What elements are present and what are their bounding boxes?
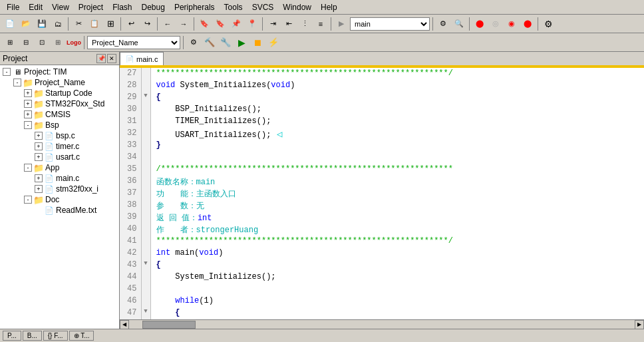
scroll-right-button[interactable]: ▶ bbox=[635, 320, 644, 329]
undo-button[interactable]: ↩ bbox=[124, 17, 138, 31]
proj-build-button[interactable]: 🔨 bbox=[202, 35, 217, 50]
toggle-startup[interactable]: + bbox=[24, 89, 32, 97]
menu-help[interactable]: Help bbox=[317, 1, 341, 13]
proj-btn2[interactable]: ⊟ bbox=[19, 35, 33, 50]
table-row: 35 /************************************… bbox=[120, 164, 644, 176]
menu-flash[interactable]: Flash bbox=[108, 1, 136, 13]
table-row: 41 *************************************… bbox=[120, 236, 644, 248]
tab-file-icon: 📄 bbox=[126, 55, 134, 63]
scroll-thumb[interactable] bbox=[142, 321, 196, 329]
proj-rebuild-button[interactable]: 🔧 bbox=[218, 35, 233, 50]
open-file-button[interactable]: 📂 bbox=[19, 17, 33, 31]
status-tab-project[interactable]: P... bbox=[3, 331, 21, 341]
scroll-track[interactable] bbox=[129, 321, 635, 329]
indent-button[interactable]: ⇥ bbox=[265, 17, 280, 31]
project-tree[interactable]: - 🖥 Project: TIM - 📁 Project_Name + 📁 St… bbox=[0, 65, 119, 329]
toggle-bsp[interactable]: - bbox=[24, 121, 32, 129]
tree-item-timerc[interactable]: + 📄 timer.c bbox=[33, 141, 118, 152]
bookmark2-button[interactable]: 🔖 bbox=[213, 17, 228, 31]
status-tab-build[interactable]: B... bbox=[23, 331, 42, 341]
tree-item-project[interactable]: - 📁 Project_Name bbox=[12, 77, 118, 88]
separator-9 bbox=[538, 17, 538, 31]
tree-item-bspc[interactable]: + 📄 bsp.c bbox=[33, 130, 118, 141]
tree-item-bsp[interactable]: - 📁 Bsp bbox=[23, 120, 118, 130]
tree-item-app[interactable]: - 📁 App bbox=[23, 162, 118, 173]
proj-btn3[interactable]: ⊡ bbox=[35, 35, 49, 50]
debug2-button[interactable]: ◎ bbox=[488, 17, 503, 31]
proj-run-button[interactable]: ▶ bbox=[234, 35, 249, 50]
save-button[interactable]: 💾 bbox=[35, 17, 49, 31]
editor-tab-mainc[interactable]: 📄 main.c bbox=[120, 52, 164, 65]
proj-stop-button[interactable]: ⏹ bbox=[250, 35, 265, 50]
menu-svcs[interactable]: SVCS bbox=[248, 1, 278, 13]
status-tab-functions[interactable]: {} F... bbox=[43, 331, 68, 341]
new-file-button[interactable]: 📄 bbox=[3, 17, 17, 31]
tree-item-doc[interactable]: - 📁 Doc bbox=[23, 194, 118, 205]
menu-debug[interactable]: Debug bbox=[138, 1, 169, 13]
code-view[interactable]: 27 *************************************… bbox=[120, 67, 644, 319]
redo-button[interactable]: ↪ bbox=[140, 17, 154, 31]
toggle-project[interactable]: - bbox=[13, 79, 21, 86]
menu-edit[interactable]: Edit bbox=[25, 1, 47, 13]
toggle-stm32[interactable]: + bbox=[24, 100, 32, 108]
menu-tools[interactable]: Tools bbox=[220, 1, 247, 13]
toggle-app[interactable]: - bbox=[24, 164, 32, 172]
proj-btn4[interactable]: ⊞ bbox=[51, 35, 65, 50]
tree-item-stm32c[interactable]: + 📄 stm32f0xx_i bbox=[33, 184, 118, 194]
copy-button[interactable]: 📋 bbox=[87, 17, 102, 31]
toggle-usartc[interactable]: + bbox=[35, 153, 43, 161]
run-button[interactable]: ▶ bbox=[334, 17, 349, 31]
line-content: ****************************************… bbox=[150, 68, 644, 80]
toggle-cmsis[interactable]: + bbox=[24, 110, 32, 118]
toggle-mainc[interactable]: + bbox=[35, 174, 43, 182]
nav-forward-button[interactable]: → bbox=[176, 17, 191, 31]
menu-peripherals[interactable]: Peripherals bbox=[170, 1, 219, 13]
tree-item-stm32[interactable]: + 📁 STM32F0xx_Std bbox=[23, 98, 118, 109]
proj-configure-button[interactable]: ⚙ bbox=[186, 35, 201, 50]
bookmark-button[interactable]: 🔖 bbox=[197, 17, 212, 31]
line-mark bbox=[141, 248, 150, 259]
scroll-left-button[interactable]: ◀ bbox=[120, 320, 129, 329]
menu-file[interactable]: File bbox=[3, 1, 23, 13]
format-button[interactable]: ⋮ bbox=[297, 17, 312, 31]
menu-window[interactable]: Window bbox=[279, 1, 315, 13]
tree-item-root[interactable]: - 🖥 Project: TIM bbox=[1, 67, 118, 77]
format2-button[interactable]: ≡ bbox=[313, 17, 328, 31]
panel-pin-button[interactable]: 📌 bbox=[96, 54, 106, 63]
tree-item-cmsis[interactable]: + 📁 CMSIS bbox=[23, 109, 118, 120]
tree-item-mainc[interactable]: + 📄 main.c bbox=[33, 173, 118, 184]
tool2-button[interactable]: 🔍 bbox=[452, 17, 466, 31]
project-name-combo[interactable]: Project_Name bbox=[87, 36, 180, 49]
menu-project[interactable]: Project bbox=[75, 1, 107, 13]
line-mark: ▼ bbox=[141, 307, 150, 319]
tree-item-usartc[interactable]: + 📄 usart.c bbox=[33, 152, 118, 162]
status-tab-templates[interactable]: ⊕ T... bbox=[69, 331, 94, 341]
toggle-timerc[interactable]: + bbox=[35, 142, 43, 150]
new-project-button[interactable]: ⊞ bbox=[3, 35, 17, 50]
toggle-bspc[interactable]: + bbox=[35, 132, 43, 140]
tree-item-startup[interactable]: + 📁 Startup Code bbox=[23, 88, 118, 98]
tree-label-timerc: timer.c bbox=[56, 142, 79, 151]
bookmark3-button[interactable]: 📌 bbox=[229, 17, 243, 31]
usartc-file-icon: 📄 bbox=[44, 152, 55, 162]
unindent-button[interactable]: ⇤ bbox=[281, 17, 296, 31]
cut-button[interactable]: ✂ bbox=[71, 17, 86, 31]
settings-button[interactable]: ⚙ bbox=[541, 17, 556, 31]
debug4-button[interactable]: ⬤ bbox=[520, 17, 535, 31]
tree-item-readme[interactable]: 📄 ReadMe.txt bbox=[33, 205, 118, 216]
debug1-button[interactable]: ⬤ bbox=[472, 17, 487, 31]
debug3-button[interactable]: ◉ bbox=[504, 17, 519, 31]
tool1-button[interactable]: ⚙ bbox=[436, 17, 450, 31]
toggle-doc[interactable]: - bbox=[24, 196, 32, 204]
target-combo[interactable]: main bbox=[350, 17, 430, 31]
proj-flash-button[interactable]: ⚡ bbox=[266, 35, 281, 50]
horizontal-scrollbar[interactable]: ◀ ▶ bbox=[120, 319, 644, 329]
toggle-stm32c[interactable]: + bbox=[35, 185, 43, 193]
paste-button[interactable]: ⊞ bbox=[103, 17, 118, 31]
nav-back-button[interactable]: ← bbox=[160, 17, 175, 31]
panel-close-button[interactable]: ✕ bbox=[107, 54, 116, 63]
toggle-root[interactable]: - bbox=[3, 68, 11, 76]
save-all-button[interactable]: 🗂 bbox=[51, 17, 65, 31]
bookmark4-button[interactable]: 📍 bbox=[245, 17, 259, 31]
menu-view[interactable]: View bbox=[48, 1, 73, 13]
